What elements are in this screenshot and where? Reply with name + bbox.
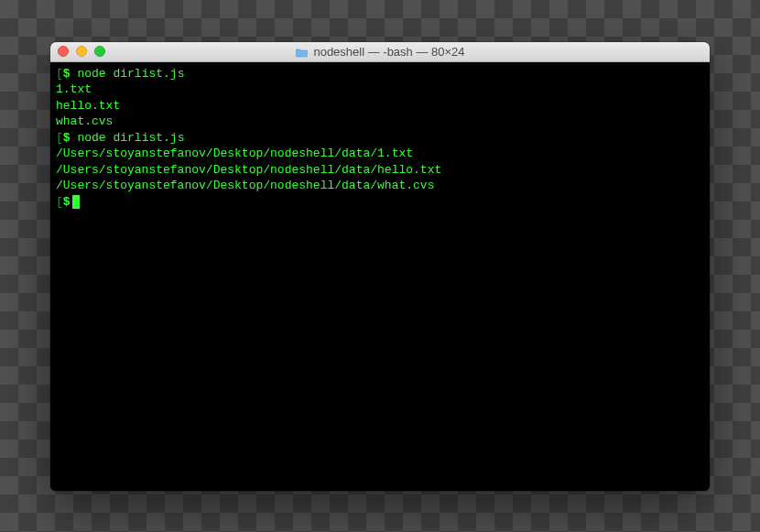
output-text: /Users/stoyanstefanov/Desktop/nodeshell/… xyxy=(56,147,413,160)
terminal-line: [$ xyxy=(56,194,704,211)
cursor xyxy=(72,195,80,209)
command-text: node dirlist.js xyxy=(77,67,184,81)
traffic-lights xyxy=(58,46,105,57)
terminal-line: 1.txt xyxy=(56,81,704,98)
terminal-line: hello.txt xyxy=(56,98,704,114)
minimize-button[interactable] xyxy=(76,46,87,57)
output-text: /Users/stoyanstefanov/Desktop/nodeshell/… xyxy=(56,163,441,177)
prompt-symbol: $ xyxy=(63,195,71,209)
prompt-symbol: $ xyxy=(63,67,78,81)
close-button[interactable] xyxy=(58,46,69,57)
window-title-group: nodeshell — -bash — 80×24 xyxy=(295,45,464,59)
output-text: /Users/stoyanstefanov/Desktop/nodeshell/… xyxy=(56,179,434,192)
prompt-symbol: $ xyxy=(63,131,78,145)
terminal-line: what.cvs xyxy=(56,114,704,130)
terminal-line: [$ node dirlist.js xyxy=(56,130,704,147)
folder-icon xyxy=(295,47,308,57)
window-title: nodeshell — -bash — 80×24 xyxy=(313,45,464,59)
prompt-bracket-open: [ xyxy=(56,67,63,81)
terminal-line: /Users/stoyanstefanov/Desktop/nodeshell/… xyxy=(56,146,704,162)
prompt-bracket-open: [ xyxy=(56,131,63,145)
maximize-button[interactable] xyxy=(94,46,105,57)
terminal-line: [$ node dirlist.js xyxy=(56,66,704,82)
terminal-window: nodeshell — -bash — 80×24 [$ node dirlis… xyxy=(50,42,710,491)
output-text: hello.txt xyxy=(56,99,120,113)
terminal-line: /Users/stoyanstefanov/Desktop/nodeshell/… xyxy=(56,162,704,179)
terminal-body[interactable]: [$ node dirlist.js1.txthello.txtwhat.cvs… xyxy=(50,62,710,491)
output-text: what.cvs xyxy=(56,114,113,128)
output-text: 1.txt xyxy=(56,82,92,96)
terminal-line: /Users/stoyanstefanov/Desktop/nodeshell/… xyxy=(56,178,704,194)
titlebar[interactable]: nodeshell — -bash — 80×24 xyxy=(50,42,710,62)
command-text: node dirlist.js xyxy=(77,131,184,145)
prompt-bracket-open: [ xyxy=(56,195,63,209)
